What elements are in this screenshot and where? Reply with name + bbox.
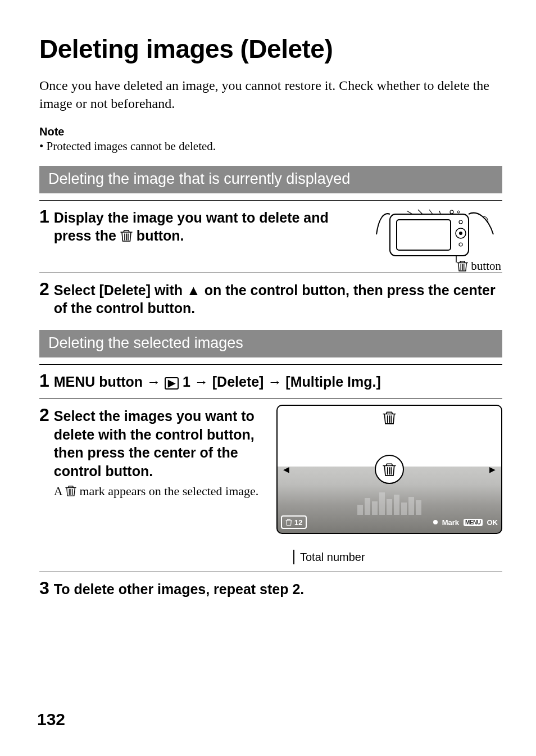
svg-point-7 (457, 211, 460, 213)
step-b2: 2 Select the images you want to delete w… (39, 399, 502, 572)
nav-right-icon: ▶ (489, 465, 496, 474)
arrow-icon: → (194, 374, 208, 390)
lcd-screen-illustration: ◀ ▶ 12 Mark MENU OK (276, 405, 502, 534)
total-number-caption: Total number (300, 551, 502, 564)
note-block: Note • Protected images cannot be delete… (39, 125, 502, 153)
menu-chip: MENU (464, 519, 482, 526)
trash-icon (383, 410, 396, 427)
selection-count-badge: 12 (281, 515, 307, 529)
section-heading-selected: Deleting the selected images (39, 330, 502, 357)
camera-illustration: button (345, 206, 502, 265)
selection-mark (375, 455, 404, 484)
page-title: Deleting images (Delete) (39, 34, 502, 64)
photo-content (357, 492, 421, 515)
footer-ok-label: OK (487, 518, 498, 527)
section-heading-current: Deleting the image that is currently dis… (39, 166, 502, 193)
step-b1: 1 MENU button → ▶ 1 → [Delete] → [Multip… (39, 364, 502, 399)
step-a2-pre: Select [Delete] with (54, 282, 187, 298)
dot-icon (433, 520, 438, 524)
step-number: 3 (39, 579, 49, 597)
svg-rect-0 (390, 214, 469, 256)
step-a2: 2 Select [Delete] with ▲ on the control … (39, 273, 502, 330)
page-number: 132 (37, 710, 65, 729)
arrow-icon: → (147, 374, 161, 390)
svg-point-4 (459, 243, 462, 246)
step-a2-head: Select [Delete] with ▲ on the control bu… (54, 281, 502, 318)
footer-mark-label: Mark (442, 518, 459, 527)
step-number: 1 (39, 372, 49, 390)
svg-point-3 (459, 232, 462, 235)
leader-line (293, 550, 294, 564)
svg-rect-1 (397, 220, 451, 250)
note-body: • Protected images cannot be deleted. (39, 139, 502, 153)
step-number: 2 (39, 406, 49, 424)
step-b2-sub-post: mark appears on the selected image. (79, 484, 258, 498)
selection-count: 12 (294, 518, 302, 527)
svg-point-5 (459, 220, 462, 224)
camera-caption-text: button (471, 259, 501, 273)
step-b3-head: To delete other images, repeat step 2. (54, 580, 502, 599)
step-b3: 3 To delete other images, repeat step 2. (39, 572, 502, 606)
step-a1: 1 Display the image you want to delete a… (39, 200, 502, 273)
trash-icon (65, 485, 76, 501)
step-number: 2 (39, 280, 49, 298)
step-b1-mid2: [Delete] (212, 374, 268, 390)
intro-text: Once you have deleted an image, you cann… (39, 76, 502, 113)
up-triangle-icon: ▲ (187, 282, 201, 298)
step-b1-post: [Multiple Img.] (285, 374, 380, 390)
step-b2-sub-pre: A (54, 484, 65, 498)
step-b2-head: Select the images you want to delete wit… (54, 407, 266, 480)
step-b2-sub: A mark appears on the selected image. (54, 483, 266, 501)
step-number: 1 (39, 207, 49, 225)
step-a1-post: button. (137, 228, 184, 243)
playback-icon: ▶ (165, 377, 179, 390)
step-b1-mid1: 1 (183, 374, 194, 390)
arrow-icon: → (267, 374, 281, 390)
camera-caption: button (457, 259, 501, 273)
step-b1-pre: MENU button (54, 374, 147, 390)
step-a1-pre: Display the image you want to delete and… (54, 210, 329, 244)
step-a1-head: Display the image you want to delete and… (54, 209, 345, 247)
trash-icon (120, 228, 133, 247)
nav-left-icon: ◀ (283, 465, 289, 474)
step-b1-head: MENU button → ▶ 1 → [Delete] → [Multiple… (54, 373, 502, 391)
note-heading: Note (39, 125, 502, 138)
svg-point-6 (450, 210, 453, 214)
screen-footer: 12 Mark MENU OK (281, 515, 498, 529)
